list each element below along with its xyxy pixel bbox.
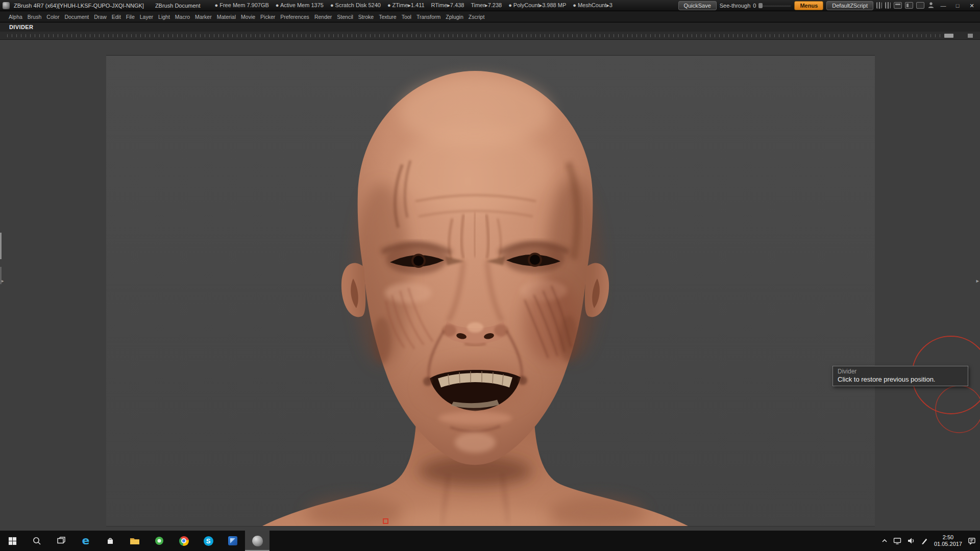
- close-button[interactable]: ✕: [966, 1, 977, 11]
- skype-icon: S: [204, 536, 213, 546]
- stat-item: ● Scratch Disk 5240: [330, 2, 381, 9]
- layout-top-icon[interactable]: [894, 2, 902, 9]
- menu-item[interactable]: Texture: [376, 13, 399, 21]
- task-view-button[interactable]: [49, 531, 74, 551]
- grip-icon[interactable]: [876, 2, 882, 9]
- divider-panel-label: DIVIDER: [9, 24, 33, 30]
- menu-item[interactable]: Transform: [414, 13, 443, 21]
- store-bag-icon: [106, 536, 115, 545]
- menu-item[interactable]: Color: [44, 13, 62, 21]
- title-stats: ● Free Mem 7.907GB● Active Mem 1375● Scr…: [215, 2, 612, 9]
- menu-item[interactable]: Edit: [109, 13, 124, 21]
- menu-item[interactable]: Layer: [137, 13, 156, 21]
- left-scroll-segment[interactable]: [0, 267, 2, 284]
- menu-item[interactable]: Zscript: [466, 13, 487, 21]
- windows-logo-icon: [8, 537, 17, 545]
- quicksave-button[interactable]: QuickSave: [678, 1, 717, 10]
- chrome-icon: [179, 536, 189, 546]
- taskbar-item-chrome[interactable]: [172, 531, 196, 551]
- taskbar-item-explorer[interactable]: [122, 531, 147, 551]
- menu-item[interactable]: Macro: [173, 13, 192, 21]
- taskbar-clock[interactable]: 2:50 01.05.2017: [934, 534, 962, 547]
- network-tray-button[interactable]: [893, 537, 901, 545]
- divider-panel: DIVIDER: [0, 22, 980, 32]
- taskbar-item-edge[interactable]: e: [74, 531, 98, 551]
- menu-item[interactable]: Document: [62, 13, 91, 21]
- menu-item[interactable]: Stencil: [334, 13, 356, 21]
- see-through-thumb[interactable]: [758, 3, 763, 8]
- taskbar-item-green-app[interactable]: [147, 531, 172, 551]
- speaker-icon: [907, 537, 915, 545]
- divider-ruler[interactable]: [0, 32, 980, 40]
- action-center-icon: [968, 537, 976, 545]
- menu-item[interactable]: Movie: [238, 13, 258, 21]
- menu-item[interactable]: Stroke: [356, 13, 376, 21]
- hidden-icons-chevron[interactable]: [881, 538, 888, 544]
- default-zscript-button[interactable]: DefaultZScript: [826, 1, 873, 10]
- layout-left-icon[interactable]: [905, 2, 913, 9]
- zbrush-icon: [252, 536, 263, 546]
- see-through-value: 0: [753, 3, 756, 9]
- menu-item[interactable]: Material: [214, 13, 238, 21]
- menu-bar: AlphaBrushColorDocumentDrawEditFileLayer…: [0, 11, 980, 22]
- ruler-handle[interactable]: [944, 34, 953, 38]
- clock-time: 2:50: [934, 534, 962, 541]
- title-bar-controls: QuickSave See-through 0 Menus DefaultZSc…: [678, 1, 977, 11]
- taskbar: e S: [0, 531, 980, 551]
- maximize-button[interactable]: □: [952, 1, 963, 11]
- taskbar-item-store[interactable]: [98, 531, 122, 551]
- taskbar-item-skype[interactable]: S: [196, 531, 220, 551]
- menu-item[interactable]: Alpha: [6, 13, 25, 21]
- edge-icon: e: [82, 535, 90, 546]
- menu-item[interactable]: Brush: [25, 13, 44, 21]
- stat-item: ● Active Mem 1375: [276, 2, 324, 9]
- search-icon: [32, 536, 41, 545]
- task-view-icon: [57, 536, 66, 545]
- ruler-end-handle[interactable]: [968, 34, 973, 38]
- grip-icon[interactable]: [885, 2, 891, 9]
- green-app-icon: [155, 536, 164, 545]
- right-edge-arrow-icon[interactable]: ▸: [976, 278, 979, 284]
- see-through-track[interactable]: [758, 5, 791, 7]
- pen-tray-button[interactable]: [921, 537, 928, 545]
- start-button[interactable]: [0, 531, 24, 551]
- viewport: Divider Click to restore previous positi…: [0, 40, 980, 531]
- user-icon[interactable]: [927, 2, 935, 10]
- menu-item[interactable]: Picker: [258, 13, 278, 21]
- menu-item[interactable]: Preferences: [278, 13, 312, 21]
- stat-item: ● Free Mem 7.907GB: [215, 2, 269, 9]
- document-title: ZBrush Document: [155, 3, 201, 9]
- stat-item: Timer▸7.238: [471, 2, 502, 9]
- menu-item[interactable]: Draw: [91, 13, 109, 21]
- clock-date: 01.05.2017: [934, 541, 962, 547]
- stat-item: RTime▸7.438: [431, 2, 464, 9]
- taskbar-search-button[interactable]: [24, 531, 49, 551]
- chevron-up-icon: [881, 538, 888, 544]
- layout-empty-icon[interactable]: [916, 2, 924, 9]
- menu-item[interactable]: Tool: [399, 13, 414, 21]
- left-scroll-segment[interactable]: [0, 233, 2, 259]
- blue-app-icon: [228, 536, 237, 545]
- system-tray: 2:50 01.05.2017: [881, 531, 980, 551]
- stat-item: ● PolyCount▸3.988 MP: [508, 2, 566, 9]
- action-center-button[interactable]: [968, 537, 976, 545]
- menu-item[interactable]: Marker: [192, 13, 214, 21]
- minimize-button[interactable]: —: [938, 1, 949, 11]
- menus-toggle-button[interactable]: Menus: [794, 1, 823, 10]
- see-through-label: See-through: [720, 3, 751, 9]
- stat-item: ● MeshCount▸3: [573, 2, 612, 9]
- divider-tooltip: Divider Click to restore previous positi…: [832, 366, 968, 386]
- ruler-ticks: [7, 34, 947, 37]
- menu-item[interactable]: Light: [156, 13, 173, 21]
- tooltip-message: Click to restore previous position.: [838, 375, 963, 383]
- taskbar-item-zbrush[interactable]: [245, 531, 270, 551]
- menu-item[interactable]: Zplugin: [443, 13, 465, 21]
- sculpt-document[interactable]: [106, 55, 875, 527]
- menu-item[interactable]: Render: [312, 13, 334, 21]
- stat-item: ● ZTime▸1.411: [387, 2, 425, 9]
- zbrush-app-icon: [3, 2, 10, 9]
- menu-item[interactable]: File: [124, 13, 137, 21]
- see-through-slider[interactable]: See-through 0: [720, 3, 792, 9]
- volume-tray-button[interactable]: [907, 537, 915, 545]
- taskbar-item-blue-app[interactable]: [220, 531, 245, 551]
